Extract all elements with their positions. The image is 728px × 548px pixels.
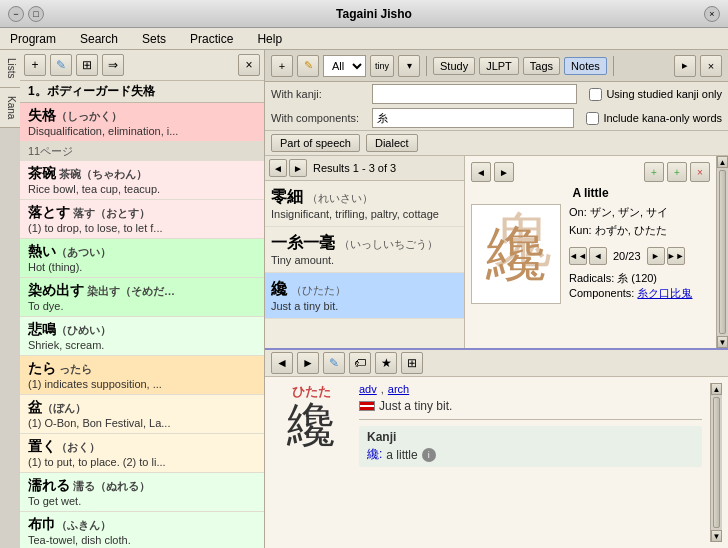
scroll-thumb[interactable] <box>719 170 726 334</box>
kd-remove-button[interactable]: × <box>690 162 710 182</box>
scroll-down-button[interactable]: ▼ <box>717 336 728 348</box>
side-tabs: Lists Kana <box>0 50 20 548</box>
bottom-back-button[interactable]: ◄ <box>271 352 293 374</box>
dialect-button[interactable]: Dialect <box>366 134 418 152</box>
nav-forward-button[interactable]: ► <box>289 159 307 177</box>
tab-kana[interactable]: Kana <box>0 88 20 128</box>
part-of-speech-button[interactable]: Part of speech <box>271 134 360 152</box>
minimize-button[interactable]: − <box>8 6 24 22</box>
kd-nav-first[interactable]: ◄◄ <box>569 247 587 265</box>
separator <box>426 56 427 76</box>
menu-sets[interactable]: Sets <box>136 30 172 48</box>
list-item[interactable]: 失格（しっかく） Disqualification, elimination, … <box>20 103 264 142</box>
list-item[interactable]: 熱い（あつい） Hot (thing). <box>20 239 264 278</box>
word-reading: 茶碗（ちゃわん） <box>56 168 147 180</box>
export-button[interactable]: ⇒ <box>102 54 124 76</box>
kd-nav-count: 20/23 <box>613 250 641 262</box>
us-flag-icon <box>359 401 375 411</box>
list-item[interactable]: 布巾（ふきん） Tea-towel, dish cloth. <box>20 512 264 548</box>
result-kanji-row: 一糸一毫 （いっしいちごう） <box>271 233 458 254</box>
bottom-scroll-up[interactable]: ▲ <box>711 383 722 395</box>
add-button[interactable]: + <box>24 54 46 76</box>
kanji-info-icon[interactable]: i <box>422 448 436 462</box>
right-scrollbar[interactable]: ▲ ▼ <box>716 156 728 348</box>
list-item[interactable]: 悲鳴（ひめい） Shriek, scream. <box>20 317 264 356</box>
kd-add-button[interactable]: + <box>667 162 687 182</box>
close-right-button[interactable]: × <box>700 55 722 77</box>
tab-lists[interactable]: Lists <box>0 50 20 88</box>
close-left-button[interactable]: × <box>238 54 260 76</box>
maximize-button[interactable]: □ <box>28 6 44 22</box>
menu-search[interactable]: Search <box>74 30 124 48</box>
menu-help[interactable]: Help <box>251 30 288 48</box>
list-item[interactable]: 染め出す 染出す（そめだ… To dye. <box>20 278 264 317</box>
kanji-search-label: With kanji: <box>271 88 366 100</box>
kd-title: A little <box>471 186 710 200</box>
word-kanji: 濡れる 濡る（ぬれる） <box>28 477 256 495</box>
studied-kanji-checkbox[interactable] <box>589 88 602 101</box>
kd-forward-button[interactable]: ► <box>494 162 514 182</box>
add-entry-button[interactable]: + <box>271 55 293 77</box>
kd-back-button[interactable]: ◄ <box>471 162 491 182</box>
kd-kun-reading: Kun: わずか, ひたた <box>569 222 692 240</box>
list-item[interactable]: 置く（おく） (1) to put, to place. (2) to li..… <box>20 434 264 473</box>
result-item-1[interactable]: 零細 （れいさい） Insignificant, trifling, paltr… <box>265 181 464 227</box>
filter-dropdown[interactable]: All <box>323 55 366 77</box>
word-def: Tea-towel, dish cloth. <box>28 534 228 546</box>
kd-zoom-button[interactable]: + <box>644 162 664 182</box>
kana-only-option: Include kana-only words <box>586 112 722 125</box>
bottom-scroll-thumb[interactable] <box>713 397 720 528</box>
components-link[interactable]: 糸ク口比鬼 <box>637 287 692 299</box>
list-item[interactable]: 茶碗 茶碗（ちゃわん） Rice bowl, tea cup, teacup. <box>20 161 264 200</box>
result-item-2[interactable]: 一糸一毫 （いっしいちごう） Tiny amount. <box>265 227 464 273</box>
menu-program[interactable]: Program <box>4 30 62 48</box>
notes-button[interactable]: Notes <box>564 57 607 75</box>
bottom-content: ひたた 纔 adv , arch Just a tiny bit. <box>265 377 728 548</box>
bottom-edit-button[interactable]: ✎ <box>323 352 345 374</box>
list-item[interactable]: 盆（ぼん） (1) O-Bon, Bon Festival, La... <box>20 395 264 434</box>
list-item[interactable]: たら ったら (1) indicates supposition, ... <box>20 356 264 395</box>
components-input[interactable] <box>372 108 574 128</box>
kd-nav-next[interactable]: ► <box>647 247 665 265</box>
nav-back-button[interactable]: ◄ <box>269 159 287 177</box>
pos-adv[interactable]: adv <box>359 383 377 395</box>
definition-text: Just a tiny bit. <box>379 399 452 413</box>
bottom-scroll-down[interactable]: ▼ <box>711 530 722 542</box>
kd-nav-last[interactable]: ►► <box>667 247 685 265</box>
list-item[interactable]: 落とす 落す（おとす） (1) to drop, to lose, to let… <box>20 200 264 239</box>
pos-arch[interactable]: arch <box>388 383 409 395</box>
tags-button[interactable]: Tags <box>523 57 560 75</box>
kd-reading-area: On: ザン, ザン, サイ Kun: わずか, ひたた ◄◄ ◄ 20/23 … <box>569 204 692 304</box>
bottom-forward-button[interactable]: ► <box>297 352 319 374</box>
pencil-button[interactable]: ✎ <box>297 55 319 77</box>
word-kanji: 盆（ぼん） <box>28 399 256 417</box>
components-search-row: With components: Include kana-only words <box>265 106 728 130</box>
result-def: Just a tiny bit. <box>271 300 458 312</box>
close-button[interactable]: × <box>704 6 720 22</box>
menu-practice[interactable]: Practice <box>184 30 239 48</box>
scroll-up-button[interactable]: ▲ <box>717 156 728 168</box>
print-button[interactable]: ⊞ <box>76 54 98 76</box>
kanji-meaning: a little <box>386 448 417 462</box>
kd-nav-prev[interactable]: ◄ <box>589 247 607 265</box>
kana-only-checkbox[interactable] <box>586 112 599 125</box>
bottom-star-button[interactable]: ★ <box>375 352 397 374</box>
tiny-button[interactable]: tiny <box>370 55 394 77</box>
kanji-search-input[interactable] <box>372 84 577 104</box>
list-item[interactable]: 濡れる 濡る（ぬれる） To get wet. <box>20 473 264 512</box>
group-title: 1。ボディーガード失格 <box>20 81 264 103</box>
components-label: With components: <box>271 112 366 124</box>
word-kanji: 悲鳴（ひめい） <box>28 321 256 339</box>
bottom-scrollbar[interactable]: ▲ ▼ <box>710 383 722 542</box>
jlpt-button[interactable]: JLPT <box>479 57 519 75</box>
bottom-print-button[interactable]: ⊞ <box>401 352 423 374</box>
word-kanji: 熱い（あつい） <box>28 243 256 261</box>
bottom-tag-button[interactable]: 🏷 <box>349 352 371 374</box>
expand-button[interactable]: ▸ <box>674 55 696 77</box>
study-button[interactable]: Study <box>433 57 475 75</box>
word-reading: （しっかく） <box>56 110 122 122</box>
word-list: 失格（しっかく） Disqualification, elimination, … <box>20 103 264 548</box>
kanji-entry-link[interactable]: 纔: <box>367 446 382 463</box>
edit-button[interactable]: ✎ <box>50 54 72 76</box>
result-item-3[interactable]: 纔 （ひたた） Just a tiny bit. <box>265 273 464 319</box>
